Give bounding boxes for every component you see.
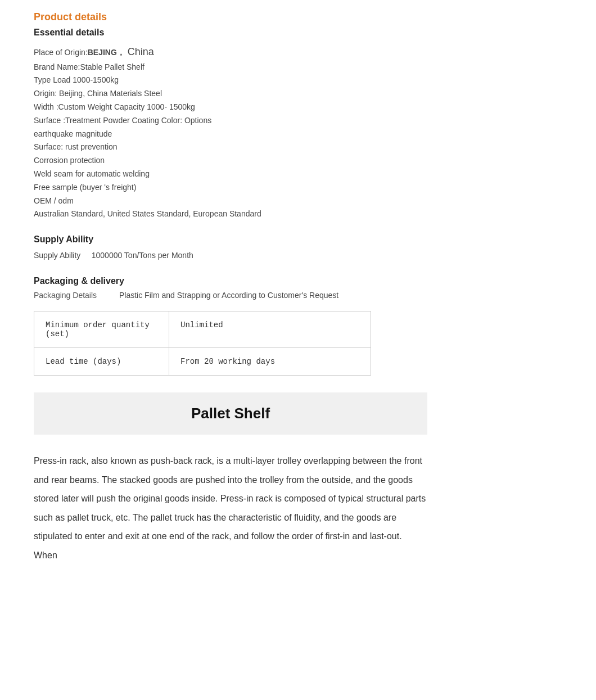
detail-line-3: Type Load 1000-1500kg [34,74,562,87]
table-cell-lead-label: Lead time (days) [34,347,169,375]
packaging-delivery-title: Packaging & delivery [34,276,562,286]
table-row-2: Lead time (days) From 20 working days [34,347,371,375]
banner-title: Pallet Shelf [191,405,270,422]
packaging-label: Packaging Details [34,291,112,300]
supply-ability-title: Supply Ability [34,234,562,245]
table-cell-moq-value: Unlimited [169,311,371,347]
essential-details-title: Essential details [34,28,562,38]
origin-bold: BEJING， [88,48,125,57]
origin-china: China [125,46,154,57]
detail-line-7: earthquake magnitude [34,128,562,141]
detail-line-4: Origin: Beijing, China Materials Steel [34,87,562,101]
pallet-shelf-banner: Pallet Shelf [34,392,427,435]
detail-line-5: Width :Custom Weight Capacity 1000- 1500… [34,101,562,114]
supply-ability-line: Supply Ability 1000000 Ton/Tons per Mont… [34,249,562,263]
packaging-value: Plastic Film and Strapping or According … [119,291,338,300]
table-row-1: Minimum order quantity(set) Unlimited [34,311,371,347]
detail-line-8: Surface: rust prevention [34,141,562,154]
detail-line-9: Corrosion protection [34,154,562,168]
detail-line-10: Weld seam for automatic welding [34,168,562,181]
supply-value: 1000000 Ton/Tons per Month [92,251,193,260]
product-details-title: Product details [34,11,562,23]
supply-label: Supply Ability [34,251,80,260]
table-cell-lead-value: From 20 working days [169,347,371,375]
detail-line-11: Free sample (buyer 's freight) [34,181,562,195]
packaging-line: Packaging Details Plastic Film and Strap… [34,291,562,300]
origin-label: Place of Origin: [34,48,88,57]
detail-line-6: Surface :Treatment Powder Coating Color:… [34,114,562,128]
description-text: Press-in rack, also known as push-back r… [34,451,427,565]
brand-label: Brand Name: [34,62,80,71]
detail-line-12: OEM / odm [34,195,562,208]
detail-line-13: Australian Standard, United States Stand… [34,207,562,221]
table-cell-moq-label: Minimum order quantity(set) [34,311,169,347]
detail-line-1: Place of Origin:BEJING， China [34,43,562,61]
delivery-table: Minimum order quantity(set) Unlimited Le… [34,311,371,376]
brand-value: Stable Pallet Shelf [80,62,144,71]
product-details-section: Product details Essential details Place … [34,11,562,565]
detail-line-2: Brand Name:Stable Pallet Shelf [34,61,562,74]
